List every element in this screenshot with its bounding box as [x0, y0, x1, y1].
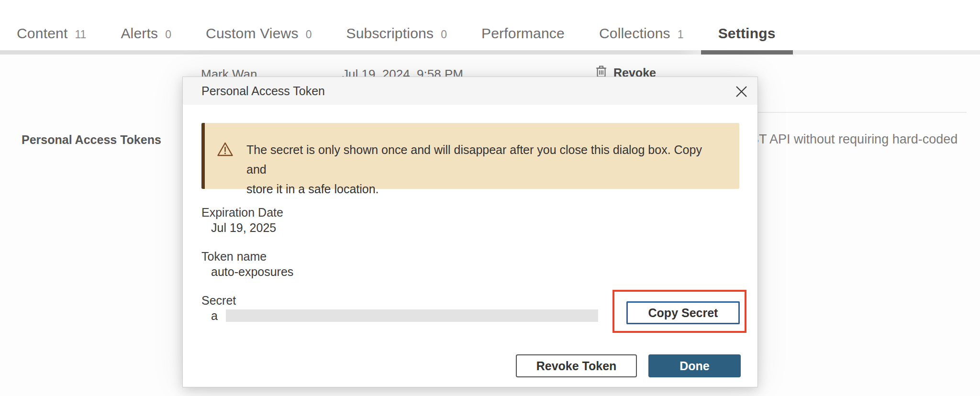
token-name-label: Token name	[201, 249, 739, 264]
tab-collections[interactable]: Collections 1	[582, 25, 701, 55]
tab-count: 0	[306, 28, 312, 41]
copy-secret-button[interactable]: Copy Secret	[626, 301, 740, 324]
tab-count: 0	[165, 28, 171, 41]
background-description-text: ST API without requiring hard-coded	[750, 132, 958, 147]
secret-visible-character: a	[211, 308, 218, 323]
warning-message: The secret is only shown once and will d…	[246, 140, 725, 189]
tab-label: Custom Views	[206, 25, 299, 42]
token-name-field: Token name auto-exposures	[201, 249, 739, 279]
tab-count: 1	[678, 28, 684, 41]
secret-warning-banner: The secret is only shown once and will d…	[201, 123, 739, 189]
active-tab-indicator	[701, 50, 793, 55]
tab-settings[interactable]: Settings	[701, 25, 793, 55]
tab-label: Performance	[481, 25, 565, 42]
tab-label: Subscriptions	[346, 25, 434, 42]
tab-label: Collections	[599, 25, 670, 42]
close-icon[interactable]	[734, 84, 749, 99]
warning-message-line2: store it in a safe location.	[246, 179, 725, 199]
revoke-token-button[interactable]: Revoke Token	[516, 354, 637, 377]
tab-alerts[interactable]: Alerts 0	[103, 25, 189, 55]
expiration-date-value: Jul 19, 2025	[201, 220, 739, 235]
tab-count: 0	[441, 28, 447, 41]
tab-label: Alerts	[121, 25, 158, 42]
warning-triangle-icon	[217, 142, 234, 189]
tabs: Content 11 Alerts 0 Custom Views 0 Subsc…	[17, 0, 793, 55]
tab-label: Content	[17, 25, 67, 42]
tab-content[interactable]: Content 11	[17, 25, 103, 55]
tab-count: 11	[75, 28, 86, 41]
tab-subscriptions[interactable]: Subscriptions 0	[329, 25, 464, 55]
section-label-personal-access-tokens: Personal Access Tokens	[22, 133, 161, 147]
warning-message-line1: The secret is only shown once and will d…	[246, 140, 725, 179]
expiration-date-label: Expiration Date	[201, 205, 739, 220]
tab-custom-views[interactable]: Custom Views 0	[189, 25, 329, 55]
secret-redacted-bar	[226, 309, 598, 322]
tab-bar: Content 11 Alerts 0 Custom Views 0 Subsc…	[0, 0, 980, 55]
dialog-title: Personal Access Token	[201, 77, 325, 105]
personal-access-token-dialog: Personal Access Token The secret is only…	[182, 77, 758, 387]
token-name-value: auto-exposures	[201, 264, 739, 279]
dialog-header: Personal Access Token	[183, 77, 757, 105]
tab-label: Settings	[718, 25, 776, 42]
tab-performance[interactable]: Performance	[464, 25, 582, 55]
expiration-date-field: Expiration Date Jul 19, 2025	[201, 205, 739, 235]
done-button[interactable]: Done	[648, 354, 741, 377]
